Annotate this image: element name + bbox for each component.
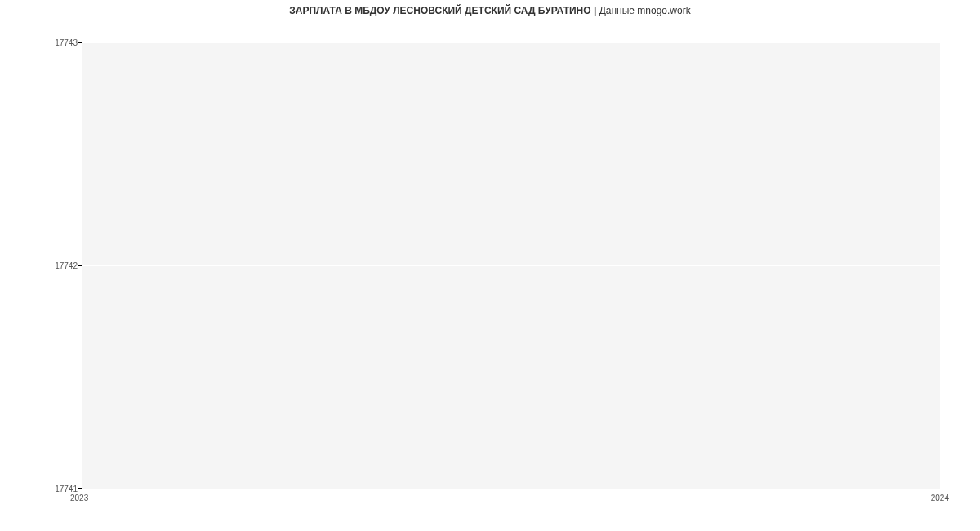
chart-title-sep: | bbox=[591, 5, 599, 16]
y-axis-label: 17742 bbox=[4, 261, 78, 270]
x-axis-label: 2024 bbox=[931, 493, 949, 502]
y-axis-label: 17741 bbox=[4, 484, 78, 493]
gridline-y bbox=[82, 266, 940, 266]
gridline-y bbox=[82, 42, 940, 43]
y-axis-label: 17743 bbox=[4, 38, 78, 47]
plot-area bbox=[82, 42, 940, 489]
chart-title-source-prefix: Данные bbox=[599, 5, 638, 16]
chart-title-main: ЗАРПЛАТА В МБДОУ ЛЕСНОВСКИЙ ДЕТСКИЙ САД … bbox=[289, 5, 590, 16]
chart-container: ЗАРПЛАТА В МБДОУ ЛЕСНОВСКИЙ ДЕТСКИЙ САД … bbox=[0, 0, 980, 531]
chart-title-source: mnogo.work bbox=[637, 5, 690, 16]
chart-title: ЗАРПЛАТА В МБДОУ ЛЕСНОВСКИЙ ДЕТСКИЙ САД … bbox=[0, 5, 980, 16]
data-line bbox=[82, 265, 940, 266]
x-axis-label: 2023 bbox=[70, 493, 88, 502]
